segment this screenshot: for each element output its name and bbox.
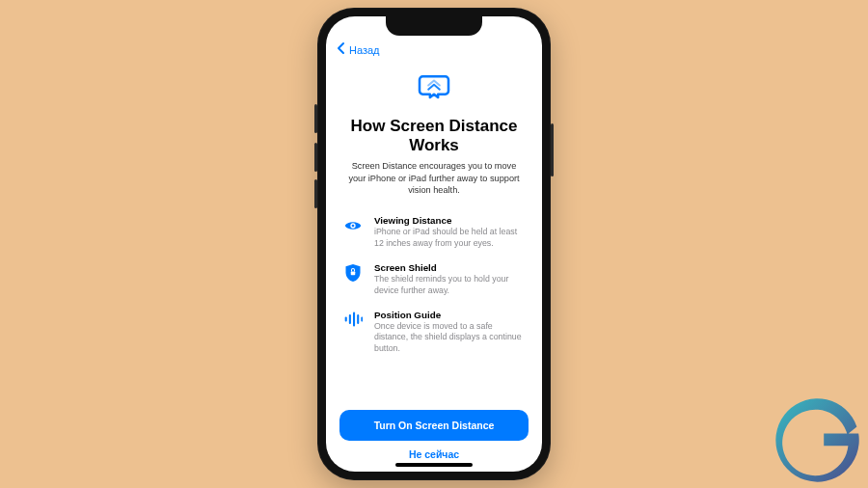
page-title: How Screen Distance Works — [343, 117, 525, 154]
screen-distance-icon — [415, 68, 453, 111]
turn-on-button[interactable]: Turn On Screen Distance — [339, 410, 529, 441]
feature-title: Position Guide — [374, 310, 525, 320]
feature-list: Viewing Distance iPhone or iPad should b… — [343, 215, 525, 354]
feature-position-guide: Position Guide Once device is moved to a… — [343, 310, 525, 354]
page-subtitle: Screen Distance encourages you to move y… — [343, 160, 525, 196]
not-now-button[interactable]: Не сейчас — [409, 448, 459, 460]
main-content: How Screen Distance Works Screen Distanc… — [326, 63, 542, 398]
feature-desc: The shield reminds you to hold your devi… — [374, 274, 525, 296]
svg-rect-3 — [345, 317, 347, 322]
watermark-logo — [773, 395, 860, 482]
back-button[interactable]: Назад — [349, 44, 380, 56]
bottom-bar: Turn On Screen Distance Не сейчас — [326, 398, 542, 472]
svg-rect-2 — [351, 272, 356, 276]
feature-title: Screen Shield — [374, 262, 525, 273]
svg-rect-5 — [353, 312, 355, 327]
feature-screen-shield: Screen Shield The shield reminds you to … — [343, 262, 525, 296]
notch — [386, 16, 482, 36]
feature-title: Viewing Distance — [374, 215, 525, 226]
feature-desc: Once device is moved to a safe distance,… — [374, 321, 525, 354]
phone-frame: Назад How Screen Distance Works Screen D… — [317, 8, 551, 480]
svg-point-1 — [352, 225, 355, 228]
svg-rect-6 — [357, 314, 359, 324]
svg-rect-4 — [349, 314, 351, 324]
bars-icon — [343, 310, 363, 328]
eye-icon — [343, 215, 363, 235]
back-chevron-icon[interactable] — [336, 41, 347, 59]
home-indicator — [395, 463, 473, 467]
feature-viewing-distance: Viewing Distance iPhone or iPad should b… — [343, 215, 525, 249]
phone-screen: Назад How Screen Distance Works Screen D… — [326, 16, 542, 472]
feature-desc: iPhone or iPad should be held at least 1… — [374, 227, 525, 249]
svg-rect-7 — [361, 317, 363, 322]
shield-icon — [343, 262, 363, 283]
